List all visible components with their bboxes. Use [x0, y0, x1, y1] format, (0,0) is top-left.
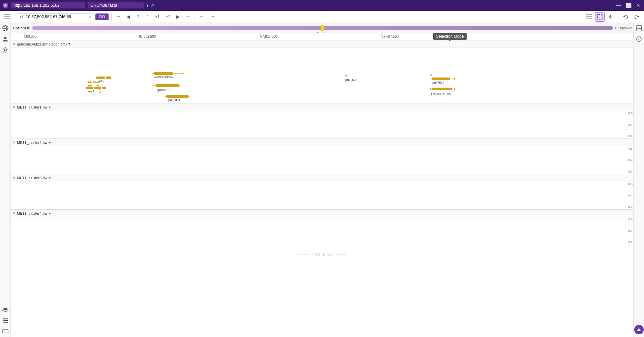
ME11-cluster2-dropdown[interactable]: ▾: [49, 141, 51, 145]
locus-input[interactable]: [20, 14, 88, 19]
svg-marker-44: [183, 72, 184, 74]
ME11-cluster4-close-button[interactable]: ✕: [12, 211, 16, 216]
svg-point-14: [4, 49, 6, 51]
list-icon[interactable]: [1, 317, 9, 325]
url-input[interactable]: [11, 2, 85, 8]
ME11-cluster3-dropdown[interactable]: ▾: [49, 176, 51, 180]
svg-rect-16: [3, 318, 8, 319]
track-list-icon[interactable]: [584, 12, 594, 22]
ME11-cluster4-content[interactable]: 0.6 0.4 0.2: [11, 217, 633, 245]
layers-icon[interactable]: [1, 306, 9, 314]
svg-text:◀: ◀: [98, 87, 101, 90]
svg-text:1700030e10rik: 1700030e10rik: [431, 92, 451, 96]
ME11-cluster4-canvas: [11, 217, 623, 245]
svg-marker-6: [590, 18, 592, 19]
right-panel-icon-1[interactable]: [635, 24, 643, 32]
window-restore-icon[interactable]: ⬜: [626, 3, 632, 8]
chat-icon[interactable]: [1, 328, 9, 336]
locus-wrapper: ✕: [18, 13, 94, 20]
svg-marker-52: [165, 95, 167, 97]
zoom-out1-button[interactable]: -1: [143, 13, 151, 20]
pan-mode-button[interactable]: [606, 12, 615, 22]
toolbar-separator-4: [618, 13, 618, 21]
info-icon[interactable]: ℹ: [146, 3, 148, 8]
svg-marker-64: [454, 88, 456, 90]
svg-text:ado: ado: [98, 80, 104, 83]
ME11-cluster2-close-button[interactable]: ✕: [12, 140, 16, 145]
ME11-cluster2-track: ✕ ME11_cluster2.bw ▾ 0.6 0.4 0.2: [11, 139, 633, 174]
ME11-cluster3-content[interactable]: 0.6 0.4 0.2: [11, 182, 633, 209]
svg-marker-59: [454, 78, 456, 80]
last-button[interactable]: ⊣: [183, 13, 192, 20]
favicon: G: [3, 3, 8, 8]
svg-text:egr2: egr2: [88, 90, 94, 93]
ME11-cluster2-content[interactable]: 0.6 0.4 0.2: [11, 146, 633, 174]
undo-button[interactable]: [621, 12, 631, 22]
fit-all-button[interactable]: ⊣|: [198, 13, 207, 20]
user-icon[interactable]: [1, 35, 9, 43]
locus-clear-button[interactable]: ✕: [88, 14, 92, 19]
ME11-cluster4-track: ✕ ME11_cluster4.bw ▾ 0.6 0.4 0.2: [11, 210, 633, 245]
settings-icon[interactable]: [1, 46, 9, 54]
zoom-in1-button[interactable]: +1: [153, 13, 162, 20]
ME11-cluster1-content[interactable]: /* signal bars rendered below via SVG re…: [11, 111, 633, 139]
igv-left-sidebar: [0, 23, 11, 337]
genome-icon[interactable]: [1, 24, 9, 32]
share-icon[interactable]: ↗: [151, 3, 155, 8]
svg-rect-17: [3, 320, 8, 321]
ruler-ticks: [11, 33, 633, 40]
browser-bar: G ℹ ↗ — ⬜ ✕: [0, 0, 644, 11]
ME11-cluster2-name: ME11_cluster2.bw: [17, 141, 48, 145]
igv-right-panel: [633, 23, 644, 337]
ruler-track: 500,000 67,562,500 67,625,000 67,687,500: [11, 33, 633, 40]
gencode-close-button[interactable]: ✕: [12, 42, 16, 47]
ME11-cluster3-canvas: [11, 182, 623, 209]
selection-mode-button[interactable]: [595, 12, 605, 22]
menu-icon[interactable]: [3, 12, 12, 22]
ME11-cluster4-scale: 0.6 0.4 0.2: [628, 217, 633, 245]
svg-marker-48: [153, 85, 155, 87]
ME11-cluster1-dropdown[interactable]: ▾: [49, 105, 51, 110]
svg-rect-18: [3, 322, 8, 323]
chr-bar-container[interactable]: 244Kbp: [32, 26, 613, 30]
window-minimize-icon[interactable]: —: [616, 2, 621, 8]
toolbar-separator-3: [195, 13, 195, 21]
ME11-cluster1-close-button[interactable]: ✕: [12, 105, 16, 110]
ME11-cluster3-close-button[interactable]: ✕: [12, 176, 16, 180]
prev-page-button[interactable]: ◀: [124, 13, 132, 20]
genome-ref-input[interactable]: [88, 2, 144, 8]
gencode-track: ✕ gencode.vM23.annotation.gff3 ▾ egr2: [11, 40, 633, 103]
go-button[interactable]: GO: [95, 13, 109, 20]
svg-marker-56: [430, 74, 432, 76]
svg-marker-33: [95, 77, 97, 79]
svg-marker-15: [2, 308, 8, 310]
svg-text:gm47574: gm47574: [432, 81, 444, 84]
fit-region-button[interactable]: |⊢: [208, 13, 217, 20]
svg-text:gm32515: gm32515: [345, 78, 357, 82]
chr-label: Chr:chr10: [11, 26, 32, 30]
redo-button[interactable]: [632, 12, 641, 22]
zoom-out2-button[interactable]: -2: [134, 13, 142, 20]
zoom-in2-button[interactable]: +2: [164, 13, 173, 20]
gencode-track-header: ✕ gencode.vM23.annotation.gff3 ▾: [11, 40, 633, 48]
ME11-cluster2-canvas: [11, 146, 623, 174]
svg-rect-1: [4, 17, 10, 17]
ME11-cluster4-dropdown[interactable]: ▾: [49, 211, 51, 216]
bp-per-pixel-label: 169bp/pixel: [615, 26, 632, 30]
ME11-cluster3-track: ✕ ME11_cluster3.bw ▾ 0.6 0.4 0.2: [11, 174, 633, 210]
svg-rect-3: [586, 14, 592, 15]
window-close-icon[interactable]: ✕: [636, 3, 640, 8]
gencode-track-dropdown[interactable]: ▾: [68, 42, 70, 46]
first-button[interactable]: ⊢: [114, 13, 123, 20]
gencode-track-content[interactable]: egr2 ado ▶▶ ▶▶ ▶▶ ◀ ◀ ◀ ◀: [11, 48, 633, 103]
svg-marker-71: [637, 328, 641, 331]
right-panel-icon-2[interactable]: [635, 35, 643, 43]
svg-text:◀: ◀: [98, 91, 101, 94]
scroll-up-button[interactable]: [634, 325, 644, 334]
next-page-button[interactable]: ▶: [174, 13, 182, 20]
selection-mode-tooltip: Selection Mode: [433, 33, 467, 40]
svg-text:gm10797: gm10797: [157, 88, 170, 92]
svg-rect-0: [4, 14, 10, 15]
svg-rect-7: [597, 14, 602, 19]
ME11-cluster1-name: ME11_cluster1.bw: [17, 105, 48, 109]
